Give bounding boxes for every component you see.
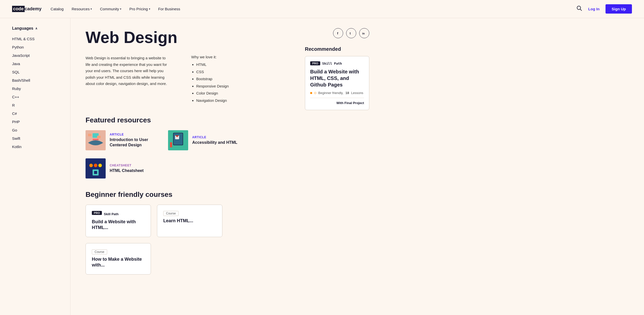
page-layout: Languages ∧ HTML & CSS Python JavaScript… xyxy=(0,18,644,315)
rec-meta-text: Beginner friendly, xyxy=(318,91,343,95)
course-badge-3: Course xyxy=(92,249,107,254)
resource-thumb-1 xyxy=(86,130,106,150)
course-card-2[interactable]: Course Learn HTML... xyxy=(157,205,222,237)
resource-card-2[interactable]: ARTICLE Accessibility and HTML xyxy=(168,130,237,150)
sidebar-item-ruby[interactable]: Ruby xyxy=(12,84,62,93)
course-card-3[interactable]: Course How to Make a Website with... xyxy=(86,243,151,275)
course-badge-2: Course xyxy=(163,211,179,216)
resource-thumb-3 xyxy=(86,158,106,178)
list-item: Color Design xyxy=(196,90,242,97)
nav-catalog[interactable]: Catalog xyxy=(51,7,64,11)
sidebar-item-php[interactable]: PHP xyxy=(12,118,62,126)
nav-pro-pricing[interactable]: Pro Pricing ▾ xyxy=(129,7,150,11)
svg-line-1 xyxy=(580,9,582,11)
rec-badge-row: PRO Skill Path xyxy=(310,61,364,65)
twitter-icon[interactable]: t xyxy=(346,28,356,38)
resource-type-3: CHEATSHEET xyxy=(110,164,144,167)
svg-rect-5 xyxy=(97,136,101,138)
sidebar-item-bash-shell[interactable]: Bash/Shell xyxy=(12,76,62,84)
recommended-title: Recommended xyxy=(305,46,369,52)
linkedin-icon[interactable]: in xyxy=(359,28,369,38)
resource-thumb-2 xyxy=(168,130,188,150)
svg-rect-4 xyxy=(88,134,92,136)
courses-row: pro Skill Path Build a Website with HTML… xyxy=(86,205,282,275)
description-row: Web Design is essential to bringing a we… xyxy=(86,55,282,104)
list-item: Navigation Design xyxy=(196,97,242,104)
resource-thumb-art-3 xyxy=(86,158,106,178)
nav-resources[interactable]: Resources ▾ xyxy=(72,7,92,11)
rec-lessons-label: Lessons xyxy=(351,91,363,95)
why-love-section: Why we love it: HTML CSS Bootstrap Respo… xyxy=(191,55,242,104)
search-button[interactable] xyxy=(577,6,582,12)
resource-thumb-art-2 xyxy=(168,130,188,150)
svg-point-13 xyxy=(89,164,93,167)
list-item: Responsive Design xyxy=(196,83,242,90)
resource-info-2: ARTICLE Accessibility and HTML xyxy=(192,136,237,145)
svg-rect-6 xyxy=(93,139,99,140)
rec-skill-path-label: Skill Path xyxy=(322,62,342,65)
dot-empty-icon xyxy=(314,92,316,94)
sidebar-item-csharp[interactable]: C# xyxy=(12,109,62,118)
sidebar-collapse-icon[interactable]: ∧ xyxy=(35,27,37,30)
sidebar-item-python[interactable]: Python xyxy=(12,43,62,51)
nav-links: Catalog Resources ▾ Community ▾ Pro Pric… xyxy=(51,7,577,11)
course-card-1[interactable]: pro Skill Path Build a Website with HTML… xyxy=(86,205,151,237)
facebook-icon[interactable]: f xyxy=(333,28,343,38)
resource-card-1[interactable]: ARTICLE Introduction to User Centered De… xyxy=(86,130,160,150)
pro-pricing-dropdown-arrow: ▾ xyxy=(149,8,150,10)
resource-title-2: Accessibility and HTML xyxy=(192,140,237,145)
login-button[interactable]: Log In xyxy=(588,7,599,11)
recommended-card[interactable]: PRO Skill Path Build a Website with HTML… xyxy=(305,56,369,110)
rec-pro-badge: PRO xyxy=(310,61,320,65)
sidebar-item-html-css[interactable]: HTML & CSS xyxy=(12,35,62,43)
sidebar-item-kotlin[interactable]: Kotlin xyxy=(12,143,62,151)
rec-footer: With Final Project xyxy=(310,98,364,105)
svg-rect-17 xyxy=(94,171,97,174)
list-item: CSS xyxy=(196,68,242,76)
resource-thumb-art-1 xyxy=(86,130,106,150)
rec-lessons-count: 18 xyxy=(345,91,349,95)
rec-meta: Beginner friendly, 18 Lessons xyxy=(310,91,364,95)
signup-button[interactable]: Sign Up xyxy=(606,4,632,14)
community-dropdown-arrow: ▾ xyxy=(120,8,121,10)
logo[interactable]: codecademy xyxy=(12,6,42,12)
right-panel: f t in Recommended PRO Skill Path Build … xyxy=(297,18,377,315)
main-content: Web Design Web Design is essential to br… xyxy=(70,18,297,315)
resources-dropdown-arrow: ▾ xyxy=(91,8,92,10)
svg-point-15 xyxy=(98,164,102,167)
dot-filled-icon xyxy=(310,92,312,94)
rec-card-title: Build a Website with HTML, CSS, and Gith… xyxy=(310,68,364,88)
sidebar-item-javascript[interactable]: JavaScript xyxy=(12,51,62,60)
svg-text:t: t xyxy=(350,32,351,35)
resource-info-3: CHEATSHEET HTML Cheatsheet xyxy=(110,164,144,173)
sidebar-item-swift[interactable]: Swift xyxy=(12,134,62,143)
svg-text:in: in xyxy=(362,32,365,35)
sidebar-item-r[interactable]: R xyxy=(12,101,62,109)
nav-right: Log In Sign Up xyxy=(577,4,632,14)
list-item: Bootstrap xyxy=(196,75,242,83)
sidebar-section-title: Languages ∧ xyxy=(12,26,62,31)
logo-code-part: code xyxy=(12,6,25,12)
social-icons: f t in xyxy=(305,28,369,38)
svg-text:f: f xyxy=(337,31,338,35)
sidebar-item-cpp[interactable]: C++ xyxy=(12,93,62,101)
navbar: codecademy Catalog Resources ▾ Community… xyxy=(0,0,644,18)
resource-card-3[interactable]: CHEATSHEET HTML Cheatsheet xyxy=(86,158,144,178)
why-love-list: HTML CSS Bootstrap Responsive Design Col… xyxy=(191,61,242,104)
search-icon xyxy=(577,6,582,11)
pro-badge-1: pro xyxy=(92,211,102,215)
featured-resources-title: Featured resources xyxy=(86,116,282,124)
nav-for-business[interactable]: For Business xyxy=(158,7,180,11)
beginner-courses-title: Beginner friendly courses xyxy=(86,191,282,199)
sidebar-item-sql[interactable]: SQL xyxy=(12,68,62,76)
why-love-title: Why we love it: xyxy=(191,55,242,59)
nav-community[interactable]: Community ▾ xyxy=(100,7,121,11)
resource-type-1: ARTICLE xyxy=(110,133,160,136)
resource-type-2: ARTICLE xyxy=(192,136,237,139)
resource-info-1: ARTICLE Introduction to User Centered De… xyxy=(110,133,160,148)
resources-row: ARTICLE Introduction to User Centered De… xyxy=(86,130,282,178)
course-card-title-3: How to Make a Website with... xyxy=(92,256,145,268)
sidebar-item-go[interactable]: Go xyxy=(12,126,62,134)
sidebar-item-java[interactable]: Java xyxy=(12,60,62,68)
svg-point-14 xyxy=(94,164,97,167)
